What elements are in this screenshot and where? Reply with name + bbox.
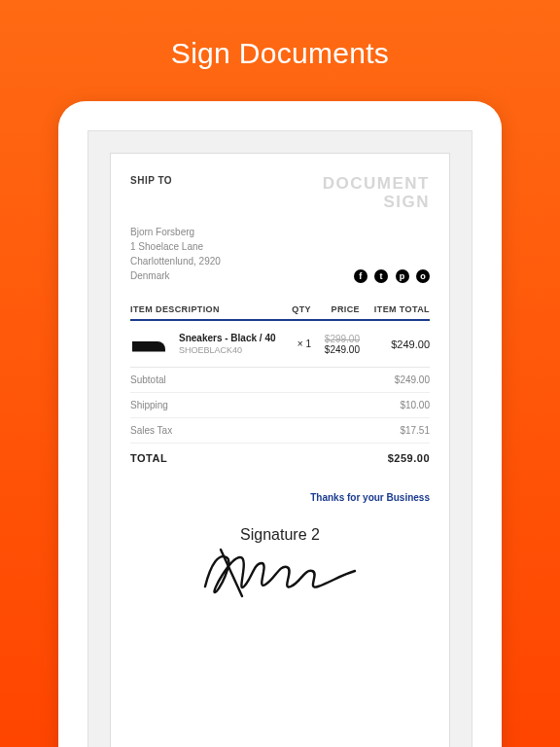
tax-row: Sales Tax $17.51 bbox=[130, 418, 430, 444]
shipping-value: $10.00 bbox=[400, 400, 430, 410]
shipping-address: Bjorn Forsberg 1 Shoelace Lane Charlotte… bbox=[130, 225, 221, 283]
tax-label: Sales Tax bbox=[130, 425, 172, 436]
item-title: Sneakers - Black / 40 bbox=[179, 333, 276, 343]
items-table-header: ITEM DESCRIPTION QTY PRICE ITEM TOTAL bbox=[130, 304, 430, 321]
signature-image bbox=[197, 548, 363, 600]
line-item-row: Sneakers - Black / 40 SHOEBLACK40 × 1 $2… bbox=[130, 321, 430, 368]
hero-title: Sign Documents bbox=[0, 0, 560, 101]
item-sku: SHOEBLACK40 bbox=[179, 345, 276, 355]
twitter-icon[interactable]: t bbox=[374, 269, 388, 283]
price-original: $299.00 bbox=[311, 334, 360, 344]
tax-value: $17.51 bbox=[400, 425, 430, 436]
header-price: PRICE bbox=[311, 304, 360, 314]
header-qty: QTY bbox=[276, 304, 311, 314]
price-current: $249.00 bbox=[311, 344, 360, 355]
total-label: TOTAL bbox=[130, 452, 167, 464]
shipping-label: Shipping bbox=[130, 400, 168, 410]
social-icons: f t p o bbox=[351, 266, 430, 283]
shoe-icon bbox=[132, 341, 165, 355]
item-price: $299.00 $249.00 bbox=[311, 334, 360, 355]
address-name: Bjorn Forsberg bbox=[130, 225, 221, 239]
watermark-line2: SIGN bbox=[323, 194, 430, 212]
invoice-document: SHIP TO DOCUMENT SIGN Bjorn Forsberg 1 S… bbox=[110, 153, 450, 747]
subtotal-label: Subtotal bbox=[130, 374, 166, 385]
signature-label: Signature 2 bbox=[130, 526, 430, 544]
facebook-icon[interactable]: f bbox=[354, 269, 368, 283]
document-sign-watermark: DOCUMENT SIGN bbox=[323, 175, 430, 211]
item-line-total: $249.00 bbox=[360, 338, 430, 350]
item-qty: × 1 bbox=[276, 338, 311, 349]
tablet-screen: SHIP TO DOCUMENT SIGN Bjorn Forsberg 1 S… bbox=[88, 130, 472, 747]
address-country: Denmark bbox=[130, 268, 221, 283]
address-line2: Charlottenlund, 2920 bbox=[130, 254, 221, 268]
subtotal-value: $249.00 bbox=[395, 374, 430, 385]
address-line1: 1 Shoelace Lane bbox=[130, 239, 221, 254]
pinterest-icon[interactable]: p bbox=[396, 269, 409, 283]
total-row: TOTAL $259.00 bbox=[130, 444, 430, 473]
product-thumbnail bbox=[130, 334, 169, 355]
ship-to-label: SHIP TO bbox=[130, 175, 172, 186]
header-item-total: ITEM TOTAL bbox=[360, 304, 430, 314]
shipping-row: Shipping $10.00 bbox=[130, 393, 430, 418]
total-value: $259.00 bbox=[388, 452, 430, 464]
tablet-frame: SHIP TO DOCUMENT SIGN Bjorn Forsberg 1 S… bbox=[58, 101, 502, 747]
subtotal-row: Subtotal $249.00 bbox=[130, 368, 430, 393]
thanks-message: Thanks for your Business bbox=[130, 492, 430, 503]
instagram-icon[interactable]: o bbox=[416, 269, 430, 283]
header-description: ITEM DESCRIPTION bbox=[130, 304, 276, 314]
watermark-line1: DOCUMENT bbox=[323, 175, 430, 194]
